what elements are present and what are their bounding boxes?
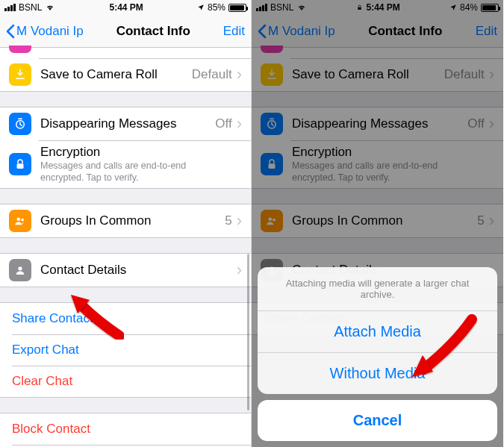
nav-bar: M Vodani Ip Contact Info Edit [0,15,251,48]
person-icon [9,259,31,281]
download-icon [9,63,31,86]
chevron-right-icon: › [237,116,242,132]
page-title: Contact Info [116,24,190,39]
svg-point-4 [18,266,22,270]
action-sheet-message: Attaching media will generate a larger c… [258,267,497,311]
row-disappearing[interactable]: Disappearing Messages Off › [0,107,251,140]
row-save-camera[interactable]: Save to Camera Roll Default › [0,58,251,91]
row-detail: 5 [225,213,231,228]
chevron-left-icon [6,24,15,39]
row-groups[interactable]: Groups In Common 5 › [0,204,251,237]
row-title: Groups In Common [40,213,225,228]
timer-icon [9,113,31,135]
row-title: Disappearing Messages [40,116,215,131]
share-contact-button[interactable]: Share Contact [0,303,251,334]
row-title: Save to Camera Roll [40,67,192,82]
list-group: Save to Camera Roll Default › [0,48,251,92]
svg-rect-1 [17,163,24,169]
status-left: BSNL [4,2,55,13]
edit-button[interactable]: Edit [223,24,245,39]
svg-point-3 [21,219,24,222]
row-detail: Default [192,67,232,82]
row-title: Encryption [40,145,242,160]
row-subtitle: Messages and calls are end-to-end encryp… [40,160,227,184]
wifi-icon [45,3,55,12]
row-title: Contact Details [40,263,237,278]
status-time: 5:44 PM [109,2,143,13]
row-detail: Off [215,116,231,131]
star-icon [9,46,31,53]
actions-group: Share Contact Export Chat Clear Chat [0,302,251,398]
row-contact-details[interactable]: Contact Details › [0,254,251,287]
screen-left: BSNL 5:44 PM 85% M Vodani Ip Contact Inf… [0,0,252,447]
clear-chat-button[interactable]: Clear Chat [0,366,251,397]
status-right: 85% [197,2,246,13]
action-sheet: Attaching media will generate a larger c… [258,267,497,441]
action-sheet-options: Attaching media will generate a larger c… [258,267,497,394]
group-icon [9,210,31,232]
table-row[interactable] [0,48,251,58]
back-label: M Vodani Ip [16,24,84,39]
list-group: Disappearing Messages Off › Encryption M… [0,107,251,189]
without-media-button[interactable]: Without Media [258,353,497,394]
scroll-indicator[interactable] [247,254,249,410]
list-group: Contact Details › [0,253,251,287]
lock-icon [9,153,31,175]
chevron-right-icon: › [237,262,242,278]
block-contact-button[interactable]: Block Contact [0,413,251,445]
stage: BSNL 5:44 PM 85% M Vodani Ip Contact Inf… [0,0,504,447]
status-bar: BSNL 5:44 PM 85% [0,0,251,15]
battery-icon [228,4,246,12]
signal-icon [4,4,16,11]
export-chat-button[interactable]: Export Chat [0,334,251,366]
attach-media-button[interactable]: Attach Media [258,311,497,353]
svg-point-2 [17,218,21,222]
chevron-right-icon: › [237,66,242,83]
battery-pct: 85% [208,2,225,13]
list-group: Groups In Common 5 › [0,204,251,238]
row-encryption[interactable]: Encryption Messages and calls are end-to… [0,140,251,188]
back-button[interactable]: M Vodani Ip [6,24,84,39]
carrier-label: BSNL [19,2,42,13]
screen-right: BSNL 5:44 PM 84% M Vodani Ip Contact Inf… [252,0,503,447]
chevron-right-icon: › [237,213,242,229]
cancel-button[interactable]: Cancel [258,400,497,441]
actions-group: Block Contact Report Contact [0,413,251,447]
location-icon [197,4,205,11]
